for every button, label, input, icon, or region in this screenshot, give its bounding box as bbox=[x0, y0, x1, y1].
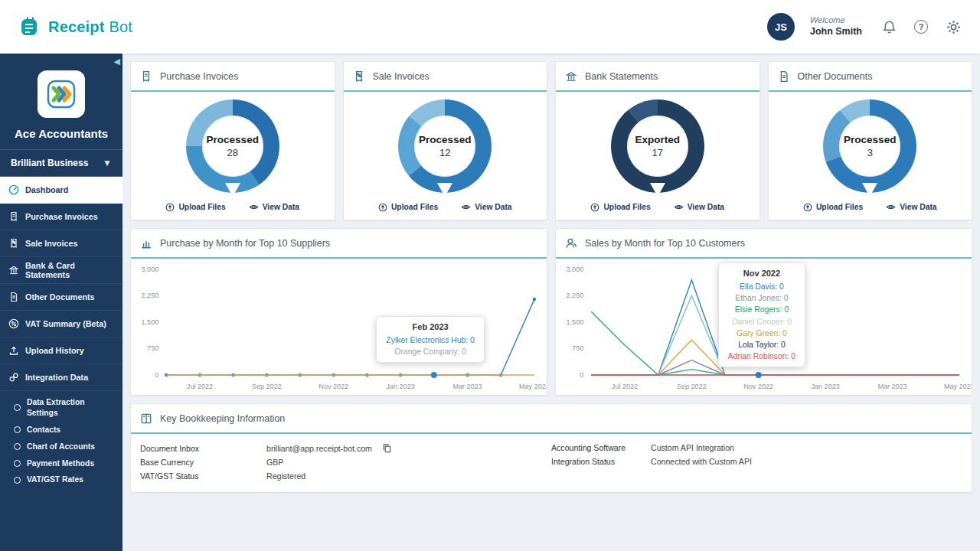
kb-row-vat-gst-status: VAT/GST Status Registered bbox=[140, 469, 551, 483]
card-title: Key Bookkeeping Information bbox=[160, 413, 285, 424]
chart-title: Sales by Month for Top 10 Customers bbox=[585, 238, 745, 249]
upload-files-link[interactable]: Upload Files bbox=[803, 202, 863, 212]
kb-value: GBP bbox=[266, 458, 283, 467]
sidebar-item-label: Integration Data bbox=[25, 373, 88, 382]
company-logo bbox=[38, 70, 85, 118]
svg-text:1,500: 1,500 bbox=[567, 318, 584, 326]
sub-item-chart-of-accounts[interactable]: Chart of Accounts bbox=[0, 439, 122, 455]
chart-title: Purchase by Month for Top 10 Suppliers bbox=[160, 238, 330, 249]
card-sale-invoices: Sale Invoices Processed 12 Upload Files bbox=[343, 61, 548, 220]
svg-text:750: 750 bbox=[147, 345, 158, 353]
sidebar-item-purchase-invoices[interactable]: Purchase Invoices bbox=[0, 204, 122, 230]
dashboard-icon bbox=[8, 184, 19, 196]
purchase-invoice-icon bbox=[8, 211, 19, 223]
sidebar-collapse-icon[interactable]: ◀ bbox=[114, 57, 120, 67]
sub-item-data-extraction-settings[interactable]: Data Extraction Settings bbox=[0, 394, 122, 422]
view-data-link[interactable]: View Data bbox=[461, 202, 511, 212]
sidebar-item-label: Upload History bbox=[25, 346, 84, 355]
donut-ring: Exported 17 bbox=[611, 99, 704, 193]
upload-files-link[interactable]: Upload Files bbox=[165, 202, 225, 212]
sidebar-item-label: Purchase Invoices bbox=[25, 212, 98, 221]
integration-submenu: Data Extraction Settings Contacts Chart … bbox=[0, 391, 122, 493]
sidebar-item-sale-invoices[interactable]: Sale Invoices bbox=[0, 230, 122, 257]
view-data-link[interactable]: View Data bbox=[249, 202, 299, 212]
brand-secondary: Bot bbox=[109, 18, 132, 35]
chart-tooltip: Feb 2023Zylker Electronics Hub: 0Orange … bbox=[376, 316, 485, 363]
sub-item-label: Contacts bbox=[27, 425, 60, 435]
card-footer-links: Upload Files View Data bbox=[556, 196, 760, 220]
donut-count: 17 bbox=[652, 147, 663, 158]
donut-center: Processed 12 bbox=[414, 116, 475, 177]
kb-value: Custom API Integration bbox=[651, 443, 734, 452]
help-question-mark: ? bbox=[914, 20, 928, 34]
sub-item-label: Chart of Accounts bbox=[27, 442, 95, 452]
sidebar-item-integration-data[interactable]: Integration Data bbox=[0, 364, 122, 391]
summary-cards-row: Purchase Invoices Processed 28 Upload F bbox=[130, 61, 972, 220]
user-name: John Smith bbox=[810, 26, 862, 38]
svg-text:3,000: 3,000 bbox=[142, 266, 159, 273]
topbar: Receipt Bot JS Welcome John Smith ? bbox=[0, 0, 980, 54]
chevron-down-icon: ▼ bbox=[103, 158, 112, 168]
notifications-bell-icon[interactable] bbox=[880, 18, 897, 35]
sub-item-payment-methods[interactable]: Payment Methods bbox=[0, 455, 122, 472]
upload-files-label: Upload Files bbox=[178, 203, 225, 211]
sub-item-contacts[interactable]: Contacts bbox=[0, 422, 122, 439]
kb-row-base-currency: Base Currency GBP bbox=[140, 455, 551, 469]
svg-text:Jan 2023: Jan 2023 bbox=[812, 383, 840, 390]
card-other-documents: Other Documents Processed 3 Upload File bbox=[768, 61, 973, 220]
donut-count: 28 bbox=[227, 147, 238, 158]
upload-files-label: Upload Files bbox=[816, 203, 863, 211]
card-bank-statements: Bank Statements Exported 17 Upload File bbox=[555, 61, 760, 220]
card-header: Other Documents bbox=[769, 62, 972, 92]
svg-text:Jan 2023: Jan 2023 bbox=[387, 383, 415, 390]
chart-body: 07501,5002,2503,000Jul 2022Sep 2022Nov 2… bbox=[556, 259, 972, 395]
donut-chart: Processed 12 bbox=[344, 92, 547, 196]
svg-text:Sep 2022: Sep 2022 bbox=[252, 383, 282, 390]
view-data-label: View Data bbox=[475, 203, 511, 211]
chart-tooltip: Nov 2022Ella Davis: 0Ethan Jones: 0Elsie… bbox=[718, 262, 805, 367]
donut-ring: Processed 3 bbox=[823, 99, 916, 193]
sidebar: ◀ Ace Accountants Brilliant Business ▼ D… bbox=[0, 54, 122, 551]
sidebar-item-label: Other Documents bbox=[25, 292, 95, 302]
donut-center: Exported 17 bbox=[627, 116, 688, 177]
sidebar-item-dashboard[interactable]: Dashboard bbox=[0, 177, 122, 204]
sidebar-item-vat-summary[interactable]: VAT Summary (Beta) bbox=[0, 311, 122, 337]
percent-icon bbox=[8, 318, 19, 330]
svg-text:Nov 2022: Nov 2022 bbox=[318, 383, 348, 390]
purchase-by-month-card: Purchase by Month for Top 10 Suppliers 0… bbox=[130, 228, 547, 396]
donut-ring: Processed 28 bbox=[186, 99, 279, 193]
sub-item-vat-gst-rates[interactable]: VAT/GST Rates bbox=[0, 471, 122, 488]
svg-text:3,000: 3,000 bbox=[567, 266, 584, 273]
card-header: Bank Statements bbox=[556, 62, 760, 92]
sidebar-menu: Dashboard Purchase Invoices Sale Invoice… bbox=[0, 177, 122, 493]
upload-icon bbox=[8, 345, 19, 357]
help-icon[interactable]: ? bbox=[913, 18, 929, 35]
view-data-link[interactable]: View Data bbox=[674, 202, 724, 212]
kb-value: Registered bbox=[266, 471, 305, 481]
donut-center: Processed 28 bbox=[202, 116, 263, 177]
sidebar-item-upload-history[interactable]: Upload History bbox=[0, 337, 122, 364]
donut-ring: Processed 12 bbox=[398, 99, 492, 193]
svg-text:Jul 2022: Jul 2022 bbox=[187, 383, 213, 390]
donut-status-label: Processed bbox=[844, 134, 896, 145]
sidebar-item-other-documents[interactable]: Other Documents bbox=[0, 284, 122, 311]
bookkeeping-right-column: Accounting Software Custom API Integrati… bbox=[551, 441, 962, 483]
kb-row-integration-status: Integration Status Connected with Custom… bbox=[551, 455, 962, 468]
svg-text:0: 0 bbox=[155, 371, 158, 379]
ledger-book-icon bbox=[140, 412, 153, 425]
upload-files-link[interactable]: Upload Files bbox=[378, 202, 438, 212]
copy-icon[interactable] bbox=[382, 443, 392, 453]
user-avatar[interactable]: JS bbox=[767, 13, 795, 41]
donut-notch bbox=[650, 183, 665, 197]
card-title: Purchase Invoices bbox=[160, 71, 238, 82]
topbar-right: JS Welcome John Smith ? bbox=[767, 13, 962, 41]
donut-status-label: Processed bbox=[419, 134, 471, 145]
settings-gear-icon[interactable] bbox=[945, 18, 962, 35]
business-selector[interactable]: Brilliant Business ▼ bbox=[0, 150, 122, 177]
svg-text:750: 750 bbox=[572, 345, 583, 353]
view-data-link[interactable]: View Data bbox=[886, 202, 936, 212]
sidebar-item-bank-statements[interactable]: Bank & Card Statements bbox=[0, 257, 122, 284]
radio-bullet-icon bbox=[14, 477, 21, 484]
card-purchase-invoices: Purchase Invoices Processed 28 Upload F bbox=[130, 61, 335, 220]
upload-files-link[interactable]: Upload Files bbox=[590, 202, 650, 212]
